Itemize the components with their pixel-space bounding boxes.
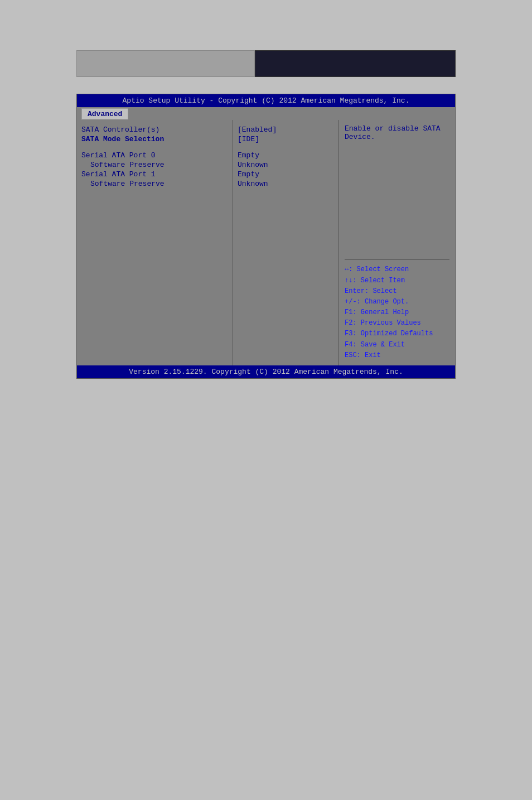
top-banner-right: [255, 50, 456, 77]
bios-footer: Version 2.15.1229. Copyright (C) 2012 Am…: [77, 365, 455, 378]
value-sw-preserve-1: Unknown: [238, 180, 334, 188]
bios-legend: ↔: Select Screen ↑↓: Select Item Enter: …: [345, 264, 449, 361]
tab-advanced[interactable]: Advanced: [81, 108, 128, 120]
top-banner-left: [76, 50, 255, 77]
item-sata-mode[interactable]: SATA Mode Selection: [81, 135, 228, 143]
bios-middle-panel: [Enabled] [IDE] Empty Unknown Empty Unkn…: [233, 120, 339, 365]
bios-left-panel: SATA Controller(s) SATA Mode Selection S…: [77, 120, 233, 365]
divider: [345, 259, 449, 260]
legend-select-item: ↑↓: Select Item: [345, 276, 449, 286]
bios-footer-text: Version 2.15.1229. Copyright (C) 2012 Am…: [129, 368, 403, 376]
legend-save-exit: F4: Save & Exit: [345, 340, 449, 350]
top-banner: [76, 50, 456, 77]
bios-title-text: Aptio Setup Utility - Copyright (C) 2012…: [123, 97, 410, 105]
item-serial-ata-port1[interactable]: Serial ATA Port 1: [81, 170, 228, 179]
value-port1: Empty: [238, 170, 334, 179]
bios-window: Aptio Setup Utility - Copyright (C) 2012…: [76, 94, 456, 379]
bios-content: SATA Controller(s) SATA Mode Selection S…: [77, 120, 455, 365]
value-sata-mode: [IDE]: [238, 135, 334, 143]
value-port0: Empty: [238, 151, 334, 160]
page-wrapper: Aptio Setup Utility - Copyright (C) 2012…: [0, 0, 532, 800]
bios-tabbar: Advanced: [77, 107, 455, 120]
item-sata-controllers[interactable]: SATA Controller(s): [81, 126, 228, 134]
bios-right-panel: Enable or disable SATA Device. ↔: Select…: [339, 120, 455, 365]
legend-esc-exit: ESC: Exit: [345, 350, 449, 361]
item-software-preserve-0: Software Preserve: [81, 161, 228, 169]
value-sw-preserve-0: Unknown: [238, 161, 334, 169]
help-text: Enable or disable SATA Device.: [345, 124, 449, 141]
legend-select-screen: ↔: Select Screen: [345, 264, 449, 275]
legend-enter-select: Enter: Select: [345, 286, 449, 297]
bios-title: Aptio Setup Utility - Copyright (C) 2012…: [77, 94, 455, 107]
legend-general-help: F1: General Help: [345, 307, 449, 318]
legend-optimized-defaults: F3: Optimized Defaults: [345, 329, 449, 339]
legend-change-opt: +/-: Change Opt.: [345, 297, 449, 307]
item-serial-ata-port0[interactable]: Serial ATA Port 0: [81, 151, 228, 160]
legend-previous-values: F2: Previous Values: [345, 318, 449, 329]
value-sata-controllers: [Enabled]: [238, 126, 334, 134]
item-software-preserve-1: Software Preserve: [81, 180, 228, 188]
